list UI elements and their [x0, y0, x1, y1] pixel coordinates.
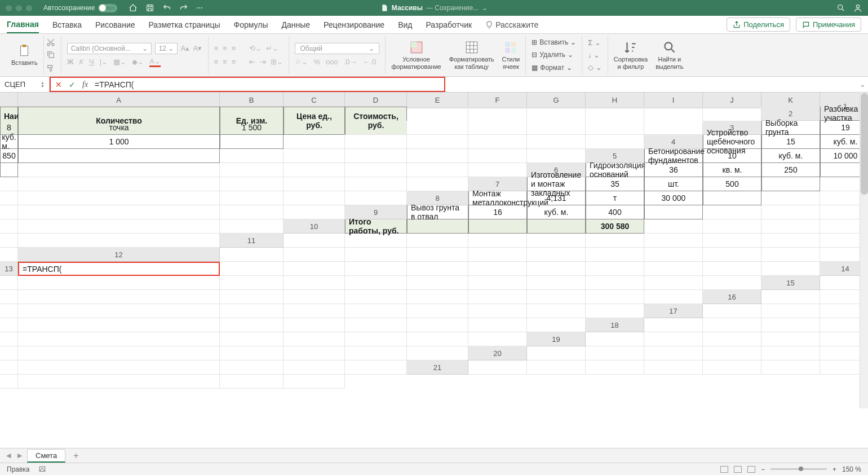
tab-home[interactable]: Главная	[7, 16, 39, 33]
align-top-icon[interactable]: ≡	[214, 44, 219, 52]
data-cell-B7[interactable]: 35	[586, 177, 644, 191]
cell-G17[interactable]	[284, 318, 345, 332]
cell-A18[interactable]	[644, 318, 703, 332]
cell-K14[interactable]	[703, 276, 761, 290]
cell-J13[interactable]	[703, 262, 761, 276]
cell-J10[interactable]	[0, 234, 18, 248]
window-controls[interactable]	[6, 5, 32, 11]
cell-F3[interactable]	[284, 135, 345, 149]
cell-K18[interactable]	[468, 332, 527, 346]
data-cell-A8[interactable]: Монтаж металлоконструкций	[468, 191, 527, 205]
data-cell-A4[interactable]: Устройство щебёночного основания	[703, 135, 761, 149]
align-mid-icon[interactable]: ≡	[223, 44, 227, 52]
cell-E15[interactable]	[284, 290, 345, 304]
col-header-C[interactable]: C	[284, 93, 345, 108]
data-cell-E7[interactable]	[761, 177, 820, 191]
cell-G2[interactable]	[407, 121, 468, 135]
row-header-10[interactable]: 10	[284, 219, 345, 234]
cell-I2[interactable]	[527, 121, 586, 135]
cell-H19[interactable]	[220, 346, 284, 360]
name-box-spin[interactable]: ▲▼	[41, 81, 45, 88]
tab-prev-icon[interactable]: ◀	[5, 452, 12, 459]
expand-formula-icon[interactable]: ⌄	[857, 80, 868, 89]
indent-icon[interactable]: ⇥	[260, 58, 266, 66]
cell-I17[interactable]	[407, 318, 468, 332]
cell-E12[interactable]	[468, 248, 527, 262]
tab-next-icon[interactable]: ▶	[16, 452, 24, 459]
tab-insert[interactable]: Вставка	[52, 17, 82, 33]
copy-icon[interactable]	[46, 50, 55, 59]
cell-J2[interactable]	[586, 121, 644, 135]
cell-J4[interactable]	[468, 149, 527, 163]
cell-K6[interactable]	[407, 177, 468, 191]
cell-K5[interactable]	[468, 163, 527, 177]
share-button[interactable]: Поделиться	[727, 17, 790, 32]
cell-I7[interactable]	[220, 191, 284, 205]
save-icon[interactable]	[145, 3, 154, 12]
data-cell-E3[interactable]	[220, 135, 284, 149]
cell-G19[interactable]	[18, 346, 220, 360]
tab-review[interactable]: Рецензирование	[324, 17, 384, 33]
cell-I21[interactable]	[18, 375, 220, 389]
row-header-13[interactable]: 13	[0, 262, 18, 276]
cell-K13[interactable]	[761, 262, 820, 276]
data-cell-C3[interactable]: куб. м.	[0, 135, 18, 149]
cell-styles-button[interactable]: Стили ячеек	[502, 40, 520, 70]
cell-A19[interactable]	[586, 332, 644, 346]
cell-H17[interactable]	[345, 318, 407, 332]
formula-input[interactable]: =ТРАНСП(	[95, 80, 440, 89]
search-icon[interactable]	[836, 3, 845, 12]
col-header-I[interactable]: I	[644, 93, 703, 108]
cell-C21[interactable]	[586, 360, 644, 375]
cell-B20[interactable]	[586, 346, 644, 360]
col-header-J[interactable]: J	[703, 93, 761, 108]
cell-D16[interactable]	[18, 304, 220, 318]
cell-A17[interactable]	[703, 304, 761, 318]
cell-K20[interactable]	[345, 360, 407, 375]
cell-A16[interactable]	[761, 290, 820, 304]
formula-rest[interactable]	[445, 77, 857, 92]
data-cell-E4[interactable]	[18, 149, 220, 163]
cell-F21[interactable]	[761, 360, 820, 375]
cell-I19[interactable]	[284, 346, 345, 360]
cell-I4[interactable]	[407, 149, 468, 163]
cell-B11[interactable]	[345, 234, 407, 248]
redo-icon[interactable]	[179, 3, 188, 12]
data-cell-D9[interactable]: 400	[586, 205, 644, 219]
strike-icon[interactable]: |⌄	[100, 58, 108, 66]
font-combo[interactable]: Calibri (Основной...⌄	[67, 43, 152, 54]
sort-filter-button[interactable]: Сортировка и фильтр	[614, 40, 648, 70]
account-icon[interactable]	[853, 3, 862, 12]
tab-view[interactable]: Вид	[398, 17, 412, 33]
cell-F2[interactable]	[345, 121, 407, 135]
data-cell-E8[interactable]	[703, 191, 761, 205]
zoom-in-icon[interactable]: +	[832, 465, 836, 473]
zoom-level[interactable]: 150 %	[842, 465, 861, 473]
cell-H13[interactable]	[586, 262, 644, 276]
row-header-18[interactable]: 18	[586, 318, 644, 332]
cell-G7[interactable]	[0, 191, 18, 205]
col-header-D[interactable]: D	[345, 93, 407, 108]
row-header-16[interactable]: 16	[703, 290, 761, 304]
underline-icon[interactable]: Ч	[89, 58, 94, 66]
cell-E21[interactable]	[703, 360, 761, 375]
orient-icon[interactable]: ⟲⌄	[249, 44, 262, 52]
comma-icon[interactable]: ооо	[326, 58, 338, 66]
cell-F16[interactable]	[284, 304, 345, 318]
vertical-scrollbar[interactable]	[860, 93, 868, 408]
data-cell-D2[interactable]: 1 500	[220, 121, 284, 135]
cell-K11[interactable]	[0, 248, 18, 262]
cell-C15[interactable]	[18, 290, 220, 304]
cell-G3[interactable]	[345, 135, 407, 149]
cell-I20[interactable]	[220, 360, 284, 375]
cell-K21[interactable]	[284, 375, 345, 389]
cell-E14[interactable]	[345, 276, 407, 290]
cell-C13[interactable]	[284, 262, 345, 276]
cell-H18[interactable]	[284, 332, 345, 346]
name-box[interactable]: СЦЕП ▲▼	[0, 77, 50, 92]
data-cell-B5[interactable]: 10	[703, 149, 761, 163]
cell-I18[interactable]	[345, 332, 407, 346]
data-cell-B6[interactable]: 36	[644, 163, 703, 177]
col-header-K[interactable]: K	[761, 93, 820, 108]
cell-F17[interactable]	[220, 318, 284, 332]
